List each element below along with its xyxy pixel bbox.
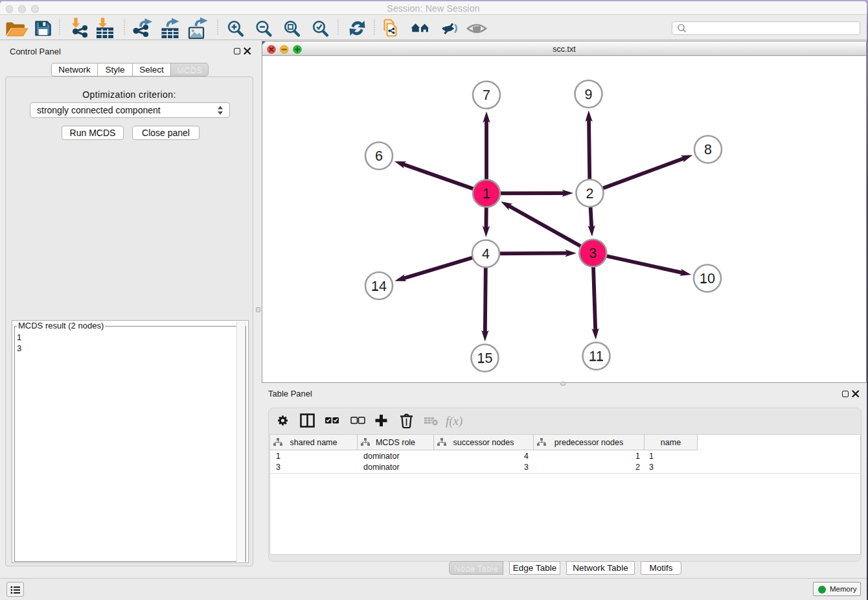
svg-text:f(x): f(x) xyxy=(446,414,463,428)
svg-text:4: 4 xyxy=(482,246,490,262)
svg-text:11: 11 xyxy=(589,349,603,364)
svg-text:3: 3 xyxy=(589,246,597,261)
svg-text:2: 2 xyxy=(586,186,594,202)
svg-text:8: 8 xyxy=(704,142,712,157)
svg-text:14: 14 xyxy=(371,279,387,294)
svg-text:1: 1 xyxy=(483,186,490,202)
svg-text:15: 15 xyxy=(477,351,493,366)
svg-text:10: 10 xyxy=(700,271,715,286)
svg-text:7: 7 xyxy=(483,87,490,103)
svg-text:9: 9 xyxy=(585,87,593,102)
svg-text:6: 6 xyxy=(375,148,383,164)
